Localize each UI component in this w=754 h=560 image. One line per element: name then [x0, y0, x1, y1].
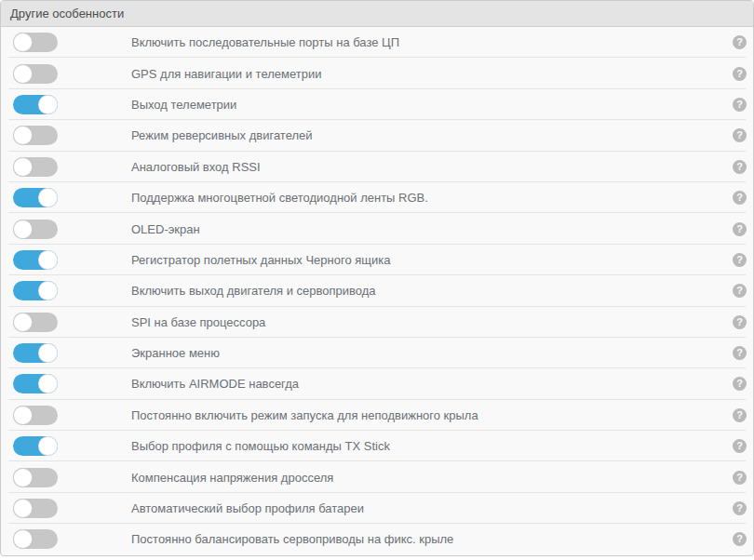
feature-toggle[interactable] — [13, 343, 58, 363]
help-icon[interactable]: ? — [733, 67, 747, 81]
feature-toggle[interactable] — [13, 436, 58, 456]
feature-toggle[interactable] — [13, 157, 58, 177]
toggle-knob[interactable] — [13, 313, 33, 332]
feature-toggle[interactable] — [13, 529, 58, 549]
help-icon[interactable]: ? — [733, 471, 747, 485]
feature-toggle[interactable] — [13, 220, 58, 239]
feature-row: Включить последовательные порты на базе … — [1, 27, 753, 58]
feature-toggle[interactable] — [13, 188, 58, 207]
feature-label: Постоянно балансировать сервоприводы на … — [131, 532, 453, 546]
toggle-knob[interactable] — [38, 343, 58, 363]
help-icon[interactable]: ? — [733, 501, 747, 515]
help-icon[interactable]: ? — [733, 346, 747, 360]
feature-label: Экранное меню — [131, 346, 220, 360]
panel-header: Другие особенности — [1, 1, 753, 27]
feature-label: Включить AIRMODE навсегда — [131, 377, 299, 391]
toggle-knob[interactable] — [38, 188, 58, 207]
toggle-knob[interactable] — [38, 250, 58, 270]
help-icon[interactable]: ? — [733, 253, 747, 267]
help-icon[interactable]: ? — [733, 98, 747, 112]
toggle-knob[interactable] — [13, 64, 33, 84]
feature-toggle[interactable] — [13, 281, 58, 300]
toggle-knob[interactable] — [38, 436, 58, 456]
feature-toggle[interactable] — [13, 64, 58, 84]
help-icon[interactable]: ? — [733, 35, 747, 49]
feature-row: GPS для навигации и телеметрии? — [1, 58, 753, 88]
toggle-knob[interactable] — [13, 529, 33, 549]
feature-row: Включить выход двигателя и сервопривода? — [1, 275, 753, 306]
feature-label: Поддержка многоцветной светодиодной лент… — [131, 191, 428, 205]
help-icon[interactable]: ? — [733, 377, 747, 391]
feature-label: OLED-экран — [131, 222, 200, 236]
help-icon[interactable]: ? — [733, 439, 747, 453]
help-icon[interactable]: ? — [733, 128, 747, 142]
feature-row: Выход телеметрии? — [1, 89, 753, 120]
feature-toggle[interactable] — [13, 406, 58, 425]
feature-row: Выбор профиля с помощью команды TX Stick… — [1, 431, 753, 461]
feature-label: Выход телеметрии — [131, 98, 236, 112]
toggle-knob[interactable] — [13, 126, 33, 145]
toggle-knob[interactable] — [13, 406, 33, 425]
feature-rows: Включить последовательные порты на базе … — [1, 27, 753, 555]
feature-row: Аналоговый вход RSSI? — [1, 152, 753, 182]
feature-label: Выбор профиля с помощью команды TX Stick — [131, 439, 390, 453]
toggle-knob[interactable] — [13, 157, 33, 177]
toggle-knob[interactable] — [13, 468, 33, 487]
feature-row: Компенсация напряжения дросселя? — [1, 461, 753, 492]
toggle-knob[interactable] — [38, 95, 58, 114]
feature-label: Постоянно включить режим запуска для неп… — [131, 408, 478, 422]
feature-label: Регистратор полетных данных Черного ящик… — [131, 253, 390, 267]
feature-toggle[interactable] — [13, 250, 58, 270]
feature-toggle[interactable] — [13, 126, 58, 145]
feature-row: Поддержка многоцветной светодиодной лент… — [1, 182, 753, 213]
feature-row: Режим реверсивных двигателей? — [1, 120, 753, 151]
feature-label: Автоматический выбор профиля батареи — [131, 501, 364, 515]
toggle-knob[interactable] — [13, 220, 33, 239]
feature-row: SPI на базе процессора? — [1, 307, 753, 338]
feature-label: Режим реверсивных двигателей — [131, 128, 313, 142]
toggle-knob[interactable] — [38, 281, 58, 300]
features-panel: Другие особенности Включить последовател… — [0, 0, 754, 556]
feature-toggle[interactable] — [13, 499, 58, 518]
help-icon[interactable]: ? — [733, 160, 747, 174]
feature-row: OLED-экран? — [1, 213, 753, 244]
feature-toggle[interactable] — [13, 33, 58, 52]
feature-label: Включить выход двигателя и сервопривода — [131, 284, 376, 298]
toggle-knob[interactable] — [13, 33, 33, 52]
help-icon[interactable]: ? — [733, 191, 747, 205]
toggle-knob[interactable] — [13, 499, 33, 518]
feature-label: SPI на базе процессора — [131, 315, 265, 329]
feature-row: Включить AIRMODE навсегда? — [1, 368, 753, 399]
feature-row: Постоянно включить режим запуска для неп… — [1, 400, 753, 431]
feature-row: Автоматический выбор профиля батареи? — [1, 493, 753, 524]
feature-toggle[interactable] — [13, 468, 58, 487]
help-icon[interactable]: ? — [733, 408, 747, 422]
feature-label: GPS для навигации и телеметрии — [131, 67, 321, 81]
feature-toggle[interactable] — [13, 95, 58, 114]
help-icon[interactable]: ? — [733, 532, 747, 546]
feature-toggle[interactable] — [13, 313, 58, 332]
feature-toggle[interactable] — [13, 374, 58, 393]
toggle-knob[interactable] — [38, 374, 58, 393]
feature-label: Аналоговый вход RSSI — [131, 160, 261, 174]
help-icon[interactable]: ? — [733, 315, 747, 329]
feature-row: Постоянно балансировать сервоприводы на … — [1, 524, 753, 554]
feature-row: Регистратор полетных данных Черного ящик… — [1, 245, 753, 275]
panel-title: Другие особенности — [10, 7, 124, 20]
feature-row: Экранное меню? — [1, 338, 753, 368]
help-icon[interactable]: ? — [733, 222, 747, 236]
help-icon[interactable]: ? — [733, 284, 747, 298]
feature-label: Компенсация напряжения дросселя — [131, 471, 333, 485]
feature-label: Включить последовательные порты на базе … — [131, 35, 399, 49]
